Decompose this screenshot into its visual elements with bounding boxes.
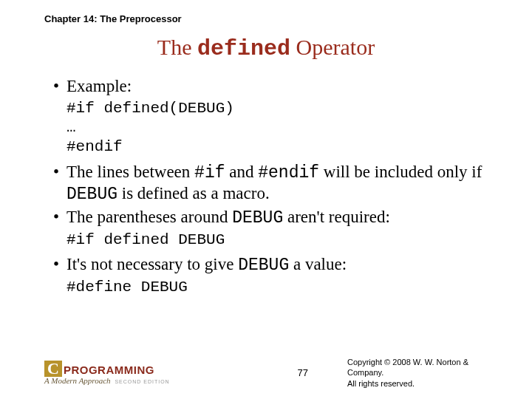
code-debug: DEBUG [238,256,289,275]
code-debug: DEBUG [66,185,117,204]
logo-top: C PROGRAMMING [44,361,170,377]
copyright-line-2: All rights reserved. [347,378,502,389]
bullet-lines-between: The lines between #if and #endif will be… [53,162,488,206]
code-block-1: #if defined(DEBUG) … #endif [66,99,488,157]
bullet-list: Example: [44,76,488,98]
title-code: defined [197,36,290,61]
bullet-parentheses: The parentheses around DEBUG aren't requ… [53,207,488,229]
book-logo: C PROGRAMMING A Modern Approach SECOND E… [44,361,170,385]
footer: C PROGRAMMING A Modern Approach SECOND E… [44,357,502,389]
code-debug: DEBUG [232,208,283,228]
title-suffix: Operator [290,35,375,59]
bullet-no-value: It's not necessary to give DEBUG a value… [53,254,488,276]
code-block-3: #define DEBUG [66,278,488,297]
logo-programming: PROGRAMMING [64,364,154,375]
t: It's not necessary to give [66,255,238,273]
t: is defined as a macro. [117,184,270,202]
slide: Chapter 14: The Preprocessor The defined… [0,0,532,399]
code-block-2: #if defined DEBUG [66,231,488,250]
bullet-example: Example: [53,76,488,98]
t: The parentheses around [66,208,232,226]
title-prefix: The [157,35,197,59]
logo-c-icon: C [44,361,62,377]
chapter-label: Chapter 14: The Preprocessor [44,13,488,24]
t: will be included only if [319,163,482,181]
logo-subtitle-row: A Modern Approach SECOND EDITION [44,377,170,385]
t: The lines between [66,163,194,181]
bullet-list-3: It's not necessary to give DEBUG a value… [44,254,488,276]
slide-title: The defined Operator [44,35,488,61]
copyright-line-1: Copyright © 2008 W. W. Norton & Company. [347,357,502,378]
code-endif: #endif [258,163,319,183]
logo-subtitle: A Modern Approach [44,376,111,385]
t: a value: [289,255,347,273]
logo-edition: SECOND EDITION [115,379,169,384]
code-if: #if [194,163,225,183]
page-number: 77 [298,367,308,378]
t: and [225,163,259,181]
copyright: Copyright © 2008 W. W. Norton & Company.… [347,357,502,389]
bullet-list-2: The lines between #if and #endif will be… [44,162,488,229]
t: aren't required: [283,208,390,226]
